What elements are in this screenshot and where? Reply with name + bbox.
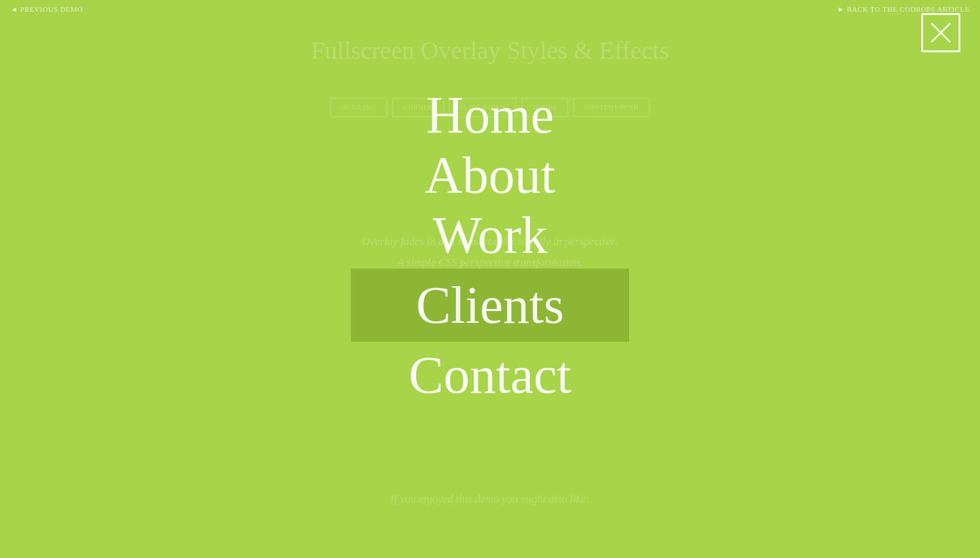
nav-item-contact[interactable]: Contact	[409, 345, 572, 405]
back-to-article-link[interactable]: ► BACK TO THE CODROPS ARTICLE	[837, 5, 970, 13]
close-button[interactable]	[921, 13, 960, 52]
bg-page-title: Fullscreen Overlay Styles & Effects	[311, 36, 669, 65]
previous-demo-link[interactable]: ◄ PREVIOUS DEMO	[10, 5, 83, 13]
top-bar: ◄ PREVIOUS DEMO ► BACK TO THE CODROPS AR…	[0, 0, 980, 18]
main-nav: Home About Work Clients Contact	[0, 85, 980, 405]
nav-item-clients[interactable]: Clients	[416, 275, 564, 335]
bg-footer-text: If you enjoyed this demo you might also …	[391, 493, 590, 506]
nav-item-home[interactable]: Home	[426, 85, 554, 145]
close-icon	[929, 21, 953, 44]
nav-item-about[interactable]: About	[425, 145, 555, 205]
nav-item-work[interactable]: Work	[433, 205, 547, 265]
nav-item-clients-wrapper[interactable]: Clients	[351, 269, 630, 342]
